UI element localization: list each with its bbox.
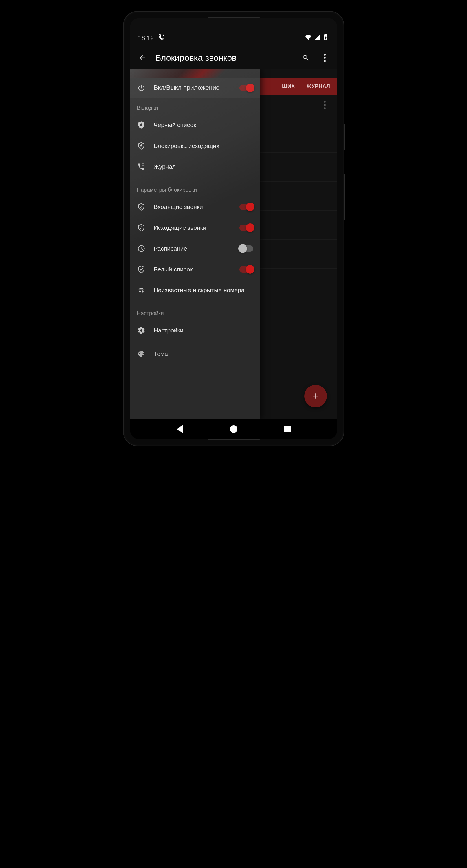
drawer-item-blacklist[interactable]: Черный список [130,115,260,135]
outgoing-block-label: Блокировка исходящих [154,142,253,150]
section-header-params: Параметры блокировки [130,180,260,196]
plus-icon [311,392,320,400]
drawer-item-unknown[interactable]: Неизвестные и скрытые номера [130,280,260,301]
phone-off-icon [158,34,165,42]
drawer-item-whitelist[interactable]: Белый список [130,259,260,280]
drawer-item-theme[interactable]: Тема [130,341,260,362]
back-button[interactable] [136,52,148,64]
drawer-item-settings[interactable]: Настройки [130,320,260,341]
page-title: Блокировка звонков [155,53,293,63]
power-button [344,124,345,151]
palette-icon [137,349,146,358]
tab-partial[interactable]: ЩИХ [282,83,295,89]
volume-button [344,174,345,220]
shield-phone-in-icon [137,203,146,211]
navigation-drawer: Вкл/Выкл приложение Вкладки Черный списо… [130,69,260,419]
outgoing-switch[interactable] [239,224,253,231]
wifi-icon [305,34,312,42]
shield-phone-out-icon [137,223,146,232]
schedule-label: Расписание [154,245,231,252]
incognito-icon [137,286,146,294]
tab-log[interactable]: ЖУРНАЛ [307,83,330,89]
outgoing-label: Исходящие звонки [154,224,231,231]
nav-home-button[interactable] [230,425,237,433]
drawer-section-settings: Настройки Настройки Тема [130,304,260,365]
status-bar: 18:12 [130,30,337,47]
drawer-banner [130,69,260,78]
system-nav-bar [130,419,337,439]
more-vert-icon [324,101,326,109]
section-header-tabs: Вкладки [130,98,260,115]
theme-label: Тема [154,350,253,358]
signal-icon [314,34,321,42]
drawer-section-tabs: Вкладки Черный список Блокировка исходящ… [130,98,260,180]
recent-square-icon [284,426,291,432]
drawer-item-incoming[interactable]: Входящие звонки [130,196,260,217]
phone-frame: 18:12 Блокировка з [124,11,344,445]
app-enabled-switch[interactable] [239,85,253,91]
fab-add-button[interactable] [304,385,327,407]
incoming-label: Входящие звонки [154,203,231,211]
shield-lock-outline-icon [137,142,146,150]
unknown-label: Неизвестные и скрытые номера [154,286,253,294]
drawer-toggle-app[interactable]: Вкл/Выкл приложение [130,78,260,98]
drawer-section-params: Параметры блокировки Входящие звонки Исх… [130,180,260,304]
drawer-toggle-label: Вкл/Выкл приложение [154,84,231,92]
overflow-menu-button[interactable] [319,52,331,64]
shield-check-icon [137,265,146,274]
search-button[interactable] [300,52,312,64]
nav-recent-button[interactable] [284,426,291,432]
gear-icon [137,326,146,335]
drawer-item-schedule[interactable]: Расписание [130,238,260,259]
speaker-bottom [208,439,260,440]
whitelist-switch[interactable] [239,266,253,273]
more-vert-icon [324,54,326,62]
search-icon [302,54,310,62]
drawer-item-outgoing-block[interactable]: Блокировка исходящих [130,135,260,156]
log-label: Журнал [154,163,253,170]
section-header-settings: Настройки [130,304,260,320]
screen: 18:12 Блокировка з [130,18,337,439]
shield-lock-icon [137,121,146,129]
app-bar: Блокировка звонков [130,47,337,69]
nav-back-button[interactable] [177,425,183,433]
incoming-switch[interactable] [239,204,253,210]
phone-list-icon [137,162,146,171]
item-menu-button[interactable] [319,99,331,111]
clock-icon [137,244,146,253]
blacklist-label: Черный список [154,121,253,129]
back-triangle-icon [177,425,183,433]
battery-charging-icon [322,34,329,42]
home-circle-icon [230,425,237,433]
power-icon [137,84,146,92]
settings-label: Настройки [154,327,253,334]
drawer-item-outgoing[interactable]: Исходящие звонки [130,217,260,238]
whitelist-label: Белый список [154,265,231,273]
content-area: ЩИХ ЖУРНАЛ [130,69,337,419]
status-time: 18:12 [138,34,154,42]
schedule-switch[interactable] [239,245,253,252]
drawer-item-log[interactable]: Журнал [130,156,260,177]
